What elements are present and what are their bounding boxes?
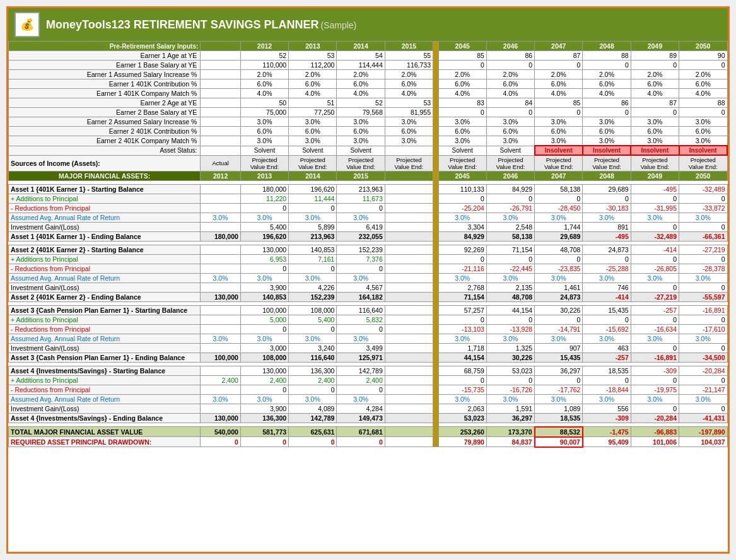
asset1-ending-row: Asset 1 {401K Earner 1} - Ending Balance… [9, 232, 728, 242]
sources-header-row: Sources of Income (Assets): Actual Proje… [9, 155, 728, 172]
asset2-start-row: Asset 2 {401K Earner 2} - Starting Balan… [9, 245, 728, 255]
major-financial-header: MAJOR FINANCIAL ASSETS: 2012 2013 2014 2… [9, 172, 728, 181]
earner1-raise-row: Earner 1 Assumed Salary Increase % 2.0% … [9, 70, 728, 79]
asset2-reductions-row: - Reductions from Principal 0 0 0 -21,11… [9, 264, 728, 274]
asset2-ending-row: Asset 2 {401K Earner 2} - Ending Balance… [9, 293, 728, 302]
app-header: 💰 MoneyTools123 RETIREMENT SAVINGS PLANN… [8, 8, 728, 41]
e1age-2014: 54 [337, 51, 385, 61]
sources-label: Sources of Income (Assets): [9, 155, 201, 172]
asset3-additions-row: + Additions to Principal 5,000 5,400 5,8… [9, 315, 728, 325]
asset3-assumed-row: Assumed Avg. Annual Rate of Return 3.0% … [9, 334, 728, 344]
main-table: Pre-Retirement Salary Inputs: 2012 2013 … [8, 41, 728, 448]
earner1-age-row: Earner 1 Age at YE 52 53 54 55 85 86 87 … [9, 51, 728, 61]
earner2-age-row: Earner 2 Age at YE 50 51 52 53 83 84 85 … [9, 98, 728, 108]
asset2-gain-row: Investment Gain/(Loss) 3,900 4,226 4,567… [9, 283, 728, 293]
e1age-2013: 53 [289, 51, 337, 61]
asset4-ending-row: Asset 4 {Investments/Savings} - Ending B… [9, 414, 728, 423]
asset4-start-row: Asset 4 {Investments/Savings} - Starting… [9, 366, 728, 376]
earner2-match-row: Earner 2 401K Company Match % 3.0% 3.0% … [9, 136, 728, 146]
year-2050: 2050 [679, 42, 727, 51]
year-2048: 2048 [583, 42, 631, 51]
year-2012: 2012 [240, 42, 288, 51]
earner1-age-label: Earner 1 Age at YE [9, 51, 201, 61]
asset3-gain-row: Investment Gain/(Loss) 3,000 3,240 3,499… [9, 344, 728, 353]
app-container: 💰 MoneyTools123 RETIREMENT SAVINGS PLANN… [6, 6, 730, 554]
asset4-additions-row: + Additions to Principal 2,400 2,400 2,4… [9, 376, 728, 385]
year-2046: 2046 [486, 42, 534, 51]
year-2045: 2045 [438, 42, 486, 51]
asset1-gain-row: Investment Gain/(Loss) 5,400 5,899 6,419… [9, 223, 728, 232]
asset4-assumed-row: Assumed Avg. Annual Rate of Return 3.0% … [9, 395, 728, 404]
asset3-reductions-row: - Reductions from Principal 0 0 0 -13,10… [9, 325, 728, 334]
earner2-401k-row: Earner 2 401K Contribution % 6.0% 6.0% 6… [9, 127, 728, 136]
year-blank [201, 42, 241, 51]
salary-inputs-header: Pre-Retirement Salary Inputs: [9, 42, 201, 51]
asset3-start-row: Asset 3 {Cash Pension Plan Earner 1} - S… [9, 306, 728, 315]
e1age-2012: 52 [240, 51, 288, 61]
total-row: TOTAL MAJOR FINANCIAL ASSET VALUE 540,00… [9, 427, 728, 437]
year-2013: 2013 [289, 42, 337, 51]
asset-status-row: Asset Status: Solvent Solvent Solvent So… [9, 146, 728, 155]
app-subtitle: (Sample) [320, 20, 356, 30]
app-icon: 💰 [15, 12, 40, 37]
asset1-start-row: Asset 1 {401K Earner 1} - Starting Balan… [9, 185, 728, 194]
asset1-reductions-row: - Reductions from Principal 0 0 0 -25,20… [9, 204, 728, 213]
app-title: MoneyTools123 RETIREMENT SAVINGS PLANNER [46, 18, 318, 31]
earner1-match-row: Earner 1 401K Company Match % 4.0% 4.0% … [9, 89, 728, 98]
e1age-2015: 55 [385, 51, 433, 61]
earner1-401k-row: Earner 1 401K Contribution % 6.0% 6.0% 6… [9, 79, 728, 89]
year-2047: 2047 [535, 42, 583, 51]
asset3-ending-row: Asset 3 {Cash Pension Plan Earner 1} - E… [9, 353, 728, 363]
year-header-row: Pre-Retirement Salary Inputs: 2012 2013 … [9, 42, 728, 51]
asset4-reductions-row: - Reductions from Principal 0 0 0 -15,73… [9, 385, 728, 395]
asset1-assumed-row: Assumed Avg. Annual Rate of Return 3.0% … [9, 213, 728, 223]
asset4-gain-row: Investment Gain/(Loss) 3,900 4,089 4,284… [9, 404, 728, 414]
earner2-salary-row: Earner 2 Base Salary at YE 75,000 77,250… [9, 108, 728, 117]
earner2-raise-row: Earner 2 Assumed Salary Increase % 3.0% … [9, 117, 728, 127]
asset2-assumed-row: Assumed Avg. Annual Rate of Return 3.0% … [9, 274, 728, 283]
asset2-additions-row: + Additions to Principal 6,953 7,161 7,3… [9, 255, 728, 264]
year-2015: 2015 [385, 42, 433, 51]
earner1-salary-row: Earner 1 Base Salary at YE 110,000 112,2… [9, 61, 728, 70]
year-2049: 2049 [631, 42, 679, 51]
required-drawdown-row: REQUIRED ASSET PRINCIPAL DRAWDOWN: 0 0 0… [9, 437, 728, 447]
year-2014: 2014 [337, 42, 385, 51]
major-financial-label: MAJOR FINANCIAL ASSETS: [9, 172, 201, 181]
asset1-additions-row: + Additions to Principal 11,220 11,444 1… [9, 194, 728, 204]
